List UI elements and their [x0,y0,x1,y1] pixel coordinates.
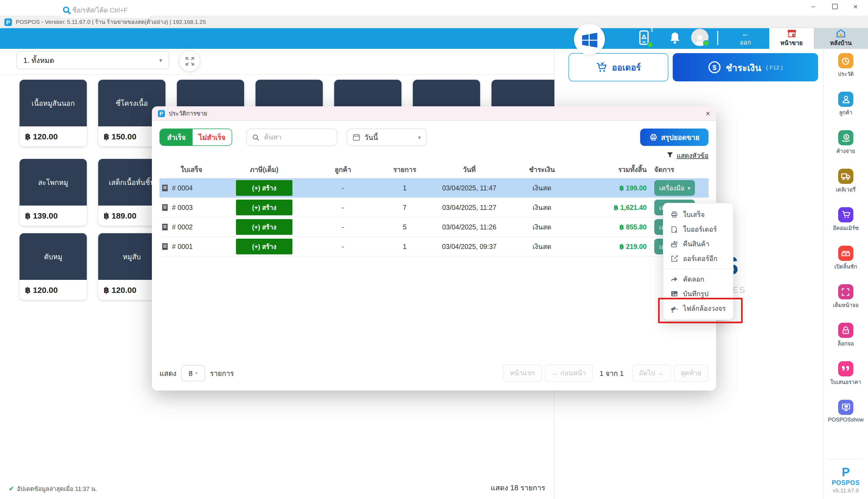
sidebar-item-label: ประวัติ [838,70,854,78]
tax-create-badge[interactable]: (+) สร้าง [236,199,292,215]
column-header[interactable]: รวมทั้งสิ้น [574,165,650,175]
column-header[interactable]: วันที่ [429,165,510,175]
watermark-subtext: ES [732,285,746,295]
exit-button[interactable]: ← ออก [731,28,759,49]
sidebar-item-label: ล็อกจอ [838,340,854,348]
topbar-divider [717,31,718,45]
column-header[interactable]: จัดการ [650,165,704,175]
table-row[interactable]: # 0004 (+) สร้าง - 1 03/04/2025, 11:47 เ… [159,179,709,198]
minimize-button[interactable]: – [805,0,821,12]
filter-success-button[interactable]: สำเร็จ [160,129,193,145]
pay-button[interactable]: $ ชำระเงิน ( F12 ) [673,53,818,81]
filter-failed-button[interactable]: ไม่สำเร็จ [193,129,232,145]
grid-fullscreen-button[interactable] [179,50,200,72]
sidebar-item-drawer[interactable]: เปิดลิ้นชัก [834,246,857,271]
device-status-button[interactable]: 1 [636,29,652,47]
receipt-cell: # 0001 [159,243,223,250]
modal-body: สำเร็จ ไม่สำเร็จ วันนี้ ▾ สรุปยอดขาย [152,121,716,390]
column-header[interactable]: ภาษี(เต็ม) [223,165,305,175]
category-select[interactable]: 1. ทั้งหมด ▾ [16,51,169,70]
cart-icon [596,62,607,72]
items-cell: 1 [381,243,429,250]
sidebar-item-customer[interactable]: ลูกค้า [838,92,853,117]
sales-summary-button[interactable]: สรุปยอดขาย [640,129,709,146]
pagination: แสดง 8 ▾ รายการ หน้าแรก ← ก่อนหน้า 1 จาก… [159,365,709,382]
payment-cell: เงินสด [510,241,574,252]
column-header[interactable]: ชำระเงิน [510,165,574,175]
notifications-button[interactable] [668,31,681,45]
save-image-icon [670,290,678,297]
maximize-button[interactable] [827,0,843,12]
sidebar-item-history[interactable]: ประวัติ [838,53,854,78]
sidebar-item-ecommerce[interactable]: อีคอมเมิร์ซ [833,207,859,232]
tab-sale-front[interactable]: หน้าขาย [769,28,814,49]
sidebar-item-credit[interactable]: $ ค้างจ่าย [836,130,855,155]
search-input[interactable] [71,6,150,15]
modal-title: ประวัติการขาย [169,109,207,118]
sidebar-item-fullscreen[interactable]: เต็มหน้าจอ [833,284,859,309]
prev-page-button[interactable]: ← ก่อนหน้า [545,365,593,382]
table-row[interactable]: # 0002 (+) สร้าง - 5 03/04/2025, 11:26 เ… [159,218,709,237]
next-page-button[interactable]: ถัดไป → [632,365,671,382]
last-page-button[interactable]: สุดท้าย [673,365,709,382]
sidebar-item-label: ใบเสนอราคา [830,378,861,386]
show-columns-link[interactable]: แสดงหัวข้อ [676,150,709,160]
menu-item-copy[interactable]: คัดลอก [663,272,733,287]
date-filter-select[interactable]: วันนี้ ▾ [346,129,427,146]
customer-cell: - [305,184,381,192]
sidebar-item-quotation[interactable]: ใบเสนอราคา [830,361,861,386]
tax-create-badge[interactable]: (+) สร้าง [236,219,292,235]
table-row[interactable]: # 0003 (+) สร้าง - 7 03/04/2025, 11:27 เ… [159,198,709,218]
monitor-icon [838,400,853,415]
product-search[interactable] [58,3,153,18]
order-button[interactable]: ออเดอร์ [569,53,668,81]
sidebar-item-delivery[interactable]: เดลิเวอรี่ [836,169,856,194]
product-card[interactable]: ตับหมู ฿ 120.00 [20,233,87,300]
windows-start-button[interactable] [574,24,605,55]
quotation-icon [838,361,853,376]
user-avatar[interactable] [691,29,709,46]
svg-text:$: $ [712,63,717,72]
storefront-icon [787,29,796,37]
category-divider [0,74,554,75]
sidebar-item-label: ลูกค้า [839,109,853,117]
product-price: ฿ 120.00 [20,280,87,300]
items-cell: 5 [381,223,429,231]
history-search-input[interactable] [263,133,331,142]
menu-item-return[interactable]: คืนสินค้า [663,236,733,251]
history-icon [838,53,853,68]
product-count: แสดง 18 รายการ [491,482,545,494]
tax-create-badge[interactable]: (+) สร้าง [236,180,292,196]
sidebar-item-lock[interactable]: ล็อกจอ [838,323,854,348]
pagination-buttons: หน้าแรก ← ก่อนหน้า 1 จาก 1 ถัดไป → สุดท้… [500,365,709,382]
menu-item-order-doc[interactable]: ใบออร์เดอร์ [663,222,733,236]
status-toggle: สำเร็จ ไม่สำเร็จ [159,129,232,146]
customer-cell: - [305,204,381,211]
history-search[interactable] [246,129,337,146]
product-card[interactable]: เนื้อหมูสันนอก ฿ 120.00 [20,80,87,146]
tax-cell: (+) สร้าง [223,219,305,235]
tax-create-badge[interactable]: (+) สร้าง [236,239,292,254]
sidebar-item-monitor[interactable]: POSPOSshow [828,400,864,423]
chevron-down-icon: ▾ [195,370,198,376]
column-header[interactable]: รายการ [381,165,429,175]
menu-item-cctv[interactable]: ไฟล์กล้องวงจร [663,301,733,316]
manual-menu[interactable]: คู่มือ [35,0,49,21]
tab-back-office[interactable]: หลังบ้าน [814,28,868,49]
modal-close-button[interactable]: × [706,110,710,117]
settings-menu[interactable]: ตั้งค่า [8,0,25,21]
product-card[interactable]: สะโพกหมู ฿ 139.00 [20,159,87,226]
column-header[interactable]: ลูกค้า [305,165,381,175]
per-page-select[interactable]: 8 ▾ [181,365,205,381]
close-window-button[interactable]: × [847,0,864,12]
menu-item-reorder[interactable]: ออร์เดอร์อีก [663,251,733,266]
search-icon [62,6,71,15]
ecommerce-icon [838,207,853,222]
sidebar-item-label: ค้างจ่าย [836,147,855,155]
column-header[interactable]: ใบเสร็จ [159,165,223,175]
menu-item-save-image[interactable]: บันทึกรูป [663,287,733,301]
table-row[interactable]: # 0001 (+) สร้าง - 1 03/04/2025, 09:37 เ… [159,237,709,257]
menu-item-printer[interactable]: ใบเสร็จ [663,207,733,222]
tools-button[interactable]: เครื่องมือ▾ [654,180,695,196]
first-page-button[interactable]: หน้าแรก [503,365,542,382]
